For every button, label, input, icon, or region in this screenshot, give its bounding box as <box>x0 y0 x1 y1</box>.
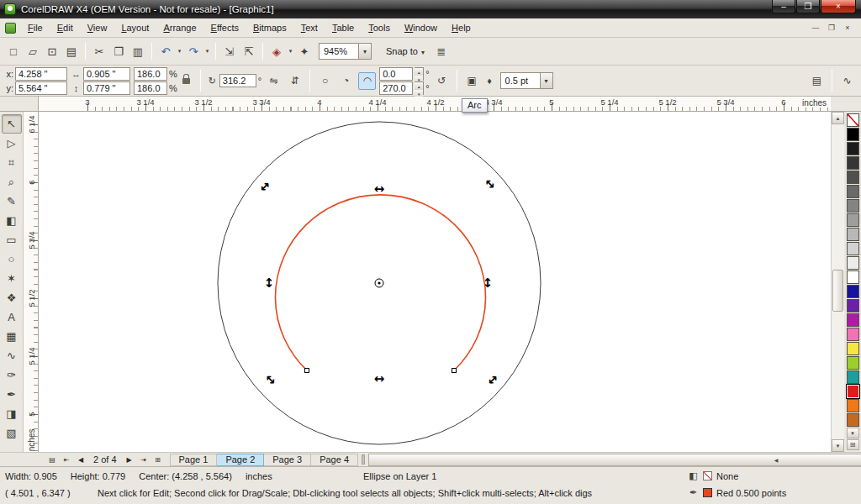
color-swatch[interactable] <box>847 356 859 370</box>
menu-table[interactable]: Table <box>325 20 361 35</box>
vertical-scrollbar[interactable] <box>831 112 844 452</box>
scale-h-field[interactable]: 186.0 <box>134 67 167 81</box>
y-position-field[interactable]: 5.564 " <box>15 81 67 95</box>
open-button[interactable]: ▱ <box>24 42 42 60</box>
mirror-horizontal-button[interactable]: ⇋ <box>265 72 283 90</box>
color-swatch[interactable] <box>847 242 859 255</box>
horizontal-ruler[interactable]: inches 33 1/43 1/23 3/444 1/44 1/24 3/45… <box>39 97 831 112</box>
crop-tool[interactable]: ⌗ <box>2 153 22 172</box>
paste-button[interactable]: ▥ <box>129 42 147 60</box>
end-angle-spinner[interactable] <box>415 81 424 95</box>
palette-scroll-down-button[interactable] <box>847 428 859 438</box>
color-swatch[interactable] <box>847 385 859 398</box>
rotate-handle-bottom-right[interactable]: ↔ <box>483 370 502 389</box>
redo-button[interactable]: ↷ <box>184 42 203 60</box>
menu-tools[interactable]: Tools <box>362 20 397 35</box>
vertical-scroll-thumb[interactable] <box>832 270 843 312</box>
vertical-scroll-track[interactable] <box>832 124 844 439</box>
skew-handle-right[interactable]: ↕ <box>483 276 494 291</box>
scale-v-field[interactable]: 186.0 <box>134 81 167 95</box>
color-swatch[interactable] <box>847 285 859 298</box>
rotation-angle-field[interactable]: 316.2 <box>219 74 256 87</box>
dropdown-arrow-icon[interactable] <box>540 73 552 88</box>
color-swatch[interactable] <box>847 256 859 270</box>
polygon-tool[interactable]: ✶ <box>2 269 22 288</box>
color-swatch[interactable] <box>847 399 859 412</box>
zoom-tool[interactable]: ⌕ <box>2 172 22 192</box>
next-page-button[interactable]: ▶ <box>123 454 136 465</box>
options-button[interactable]: ≣ <box>432 42 451 60</box>
restore-button[interactable]: ❐ <box>796 0 820 13</box>
color-swatch[interactable] <box>847 313 859 327</box>
color-swatch[interactable] <box>847 171 859 184</box>
rotate-handle-top-right[interactable]: ↔ <box>481 175 499 193</box>
ellipse-tool[interactable]: ○ <box>2 249 22 269</box>
color-swatch[interactable] <box>847 156 859 170</box>
color-swatch[interactable] <box>847 270 859 284</box>
outline-pen-tool[interactable]: ✒ <box>2 385 22 404</box>
application-launcher-button-dropdown[interactable]: ▾ <box>287 48 294 55</box>
menu-effects[interactable]: Effects <box>204 20 246 35</box>
copy-button[interactable]: ❐ <box>109 42 128 60</box>
page-sorter-button[interactable]: ▤ <box>45 454 59 465</box>
redo-button-dropdown[interactable]: ▾ <box>203 48 211 55</box>
prev-page-button[interactable]: ◀ <box>74 454 87 465</box>
new-document-button[interactable]: □ <box>4 42 23 60</box>
wrap-text-button[interactable]: ▣ <box>463 72 481 90</box>
close-button[interactable]: × <box>821 0 856 13</box>
arc-button[interactable]: ◠ <box>358 72 376 90</box>
smart-fill-tool[interactable]: ◧ <box>2 211 22 230</box>
wrap-paragraph-button[interactable]: ▤ <box>808 72 826 90</box>
print-button[interactable]: ▤ <box>62 42 81 60</box>
menu-file[interactable]: File <box>21 20 50 35</box>
import-button[interactable]: ⇲ <box>220 42 239 60</box>
doc-restore-button[interactable]: ❐ <box>825 24 838 32</box>
interactive-blend-tool[interactable]: ∿ <box>2 346 22 365</box>
color-swatch[interactable] <box>847 142 859 155</box>
fill-tool[interactable]: ◨ <box>2 404 22 423</box>
convert-to-curves-button[interactable]: ∿ <box>838 72 856 90</box>
export-button[interactable]: ⇱ <box>240 42 258 60</box>
color-swatch[interactable] <box>847 342 859 355</box>
corel-online-button[interactable]: ✦ <box>295 42 314 60</box>
skew-handle-bottom[interactable]: ↔ <box>374 371 385 386</box>
tab-page-1[interactable]: Page 1 <box>170 454 218 466</box>
end-angle-field[interactable]: 270.0 <box>379 81 413 95</box>
no-color-swatch[interactable] <box>847 113 859 127</box>
last-page-button[interactable]: ⇥ <box>137 454 151 465</box>
basic-shapes-tool[interactable]: ❖ <box>2 288 22 307</box>
object-height-field[interactable]: 0.779 " <box>83 81 130 95</box>
lock-ratio-button[interactable] <box>179 66 194 95</box>
menu-arrange[interactable]: Arrange <box>156 20 203 35</box>
freehand-tool[interactable]: ✎ <box>2 192 22 211</box>
interactive-fill-tool[interactable]: ▧ <box>2 423 22 443</box>
spin-up-icon[interactable] <box>415 68 423 76</box>
color-swatch[interactable] <box>847 413 859 427</box>
rotate-handle-bottom-left[interactable]: ↔ <box>261 370 280 389</box>
arc-start-node[interactable] <box>305 369 309 373</box>
application-launcher-button[interactable]: ◈ <box>267 42 286 60</box>
color-swatch[interactable] <box>847 228 859 241</box>
pick-tool[interactable]: ↖ <box>2 114 22 134</box>
start-angle-spinner[interactable] <box>415 67 424 81</box>
skew-handle-left[interactable]: ↕ <box>264 276 275 291</box>
shape-tool[interactable]: ▷ <box>2 134 22 153</box>
add-page-button[interactable]: ⊞ <box>151 454 165 465</box>
rectangle-tool[interactable]: ▭ <box>2 230 22 249</box>
ellipse-button[interactable]: ○ <box>316 72 334 90</box>
eyedropper-tool[interactable]: ✑ <box>2 365 22 385</box>
color-swatch[interactable] <box>847 213 859 227</box>
drawing-svg[interactable]: ↔ ↔ ↔ ↕ ↕ ↔ ↔ ↔ <box>39 112 831 452</box>
snap-to-dropdown[interactable]: Snap to <box>380 45 430 58</box>
zoom-level-combo[interactable]: 945% <box>319 43 372 60</box>
color-swatch[interactable] <box>847 370 859 384</box>
color-swatch[interactable] <box>847 199 859 213</box>
scroll-down-button[interactable] <box>832 439 844 452</box>
first-page-button[interactable]: ⇤ <box>60 454 73 465</box>
menu-window[interactable]: Window <box>398 20 444 35</box>
skew-handle-top[interactable]: ↔ <box>374 181 385 197</box>
cut-button[interactable]: ✂ <box>90 42 108 60</box>
scroll-left-button[interactable] <box>368 454 861 466</box>
mirror-vertical-button[interactable]: ⇵ <box>286 72 304 90</box>
outline-width-combo[interactable]: 0.5 pt <box>500 72 553 89</box>
